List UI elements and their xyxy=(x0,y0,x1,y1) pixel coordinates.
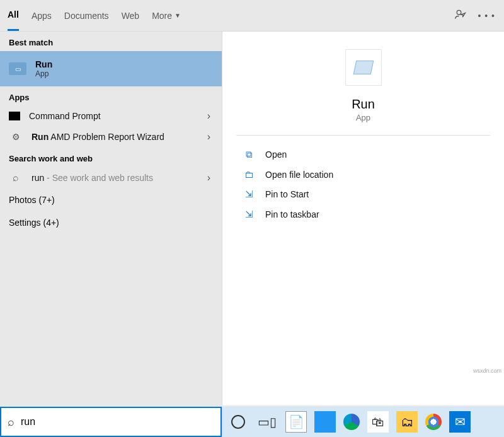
search-input[interactable] xyxy=(21,416,214,428)
run-icon: ▭ xyxy=(9,62,26,75)
open-icon: ⧉ xyxy=(241,149,256,160)
action-pin-start[interactable]: ⇲Pin to Start xyxy=(241,184,485,204)
gear-icon xyxy=(9,131,23,143)
watermark: wsxdn.com xyxy=(473,368,501,374)
tab-more[interactable]: More▼ xyxy=(152,0,181,31)
tab-all[interactable]: All xyxy=(8,0,19,31)
feedback-icon[interactable] xyxy=(454,8,467,23)
libreoffice-icon[interactable]: 📄 xyxy=(285,411,307,433)
more-options-icon[interactable]: • • • xyxy=(478,11,495,21)
best-match-header: Best match xyxy=(0,32,222,51)
svg-point-0 xyxy=(457,10,461,15)
best-match-subtitle: App xyxy=(35,69,52,78)
detail-title: Run xyxy=(352,97,375,112)
result-command-prompt[interactable]: Command Prompt › xyxy=(0,106,222,126)
cortana-icon[interactable] xyxy=(227,411,249,433)
result-amd-wizard[interactable]: Run AMD Problem Report Wizard › xyxy=(0,126,222,148)
search-icon: ⌕ xyxy=(8,416,14,429)
action-pin-taskbar[interactable]: ⇲Pin to taskbar xyxy=(241,204,485,224)
search-web-header: Search work and web xyxy=(0,148,222,167)
search-icon xyxy=(9,172,23,184)
action-open-location[interactable]: 🗀Open file location xyxy=(241,165,485,184)
tab-documents[interactable]: Documents xyxy=(64,0,109,31)
tab-apps[interactable]: Apps xyxy=(32,0,52,31)
desktop-icon[interactable] xyxy=(314,411,336,433)
chrome-icon[interactable] xyxy=(425,414,442,430)
chevron-right-icon: › xyxy=(207,131,210,143)
detail-subtitle: App xyxy=(356,113,370,122)
search-filter-tabs: All Apps Documents Web More▼ • • • xyxy=(0,0,504,32)
chevron-right-icon: › xyxy=(207,172,210,184)
task-view-icon[interactable]: ▭▯ xyxy=(256,411,278,433)
chevron-right-icon: › xyxy=(207,110,210,122)
taskbar: ▭▯ 📄 🛍 🗂 ✉ xyxy=(222,407,504,437)
run-large-icon xyxy=(345,49,382,86)
mail-icon[interactable]: ✉ xyxy=(449,411,471,433)
edge-icon[interactable] xyxy=(343,414,360,430)
result-web-run[interactable]: run - See work and web results › xyxy=(0,167,222,189)
tab-web[interactable]: Web xyxy=(122,0,140,31)
action-open[interactable]: ⧉Open xyxy=(241,144,485,165)
pin-icon: ⇲ xyxy=(241,209,256,220)
best-match-title: Run xyxy=(35,59,52,69)
store-icon[interactable]: 🛍 xyxy=(367,411,389,433)
search-box[interactable]: ⌕ xyxy=(0,407,222,437)
detail-panel: Run App ⧉Open 🗀Open file location ⇲Pin t… xyxy=(222,32,504,405)
result-photos[interactable]: Photos (7+) xyxy=(0,189,222,211)
apps-header: Apps xyxy=(0,86,222,106)
results-panel: Best match ▭ Run App Apps Command Prompt… xyxy=(0,32,222,405)
pin-icon: ⇲ xyxy=(241,189,256,200)
folder-icon: 🗀 xyxy=(241,169,256,180)
file-explorer-icon[interactable]: 🗂 xyxy=(396,411,418,433)
cmd-icon xyxy=(9,112,20,120)
result-settings[interactable]: Settings (4+) xyxy=(0,211,222,234)
best-match-run[interactable]: ▭ Run App xyxy=(0,51,222,86)
